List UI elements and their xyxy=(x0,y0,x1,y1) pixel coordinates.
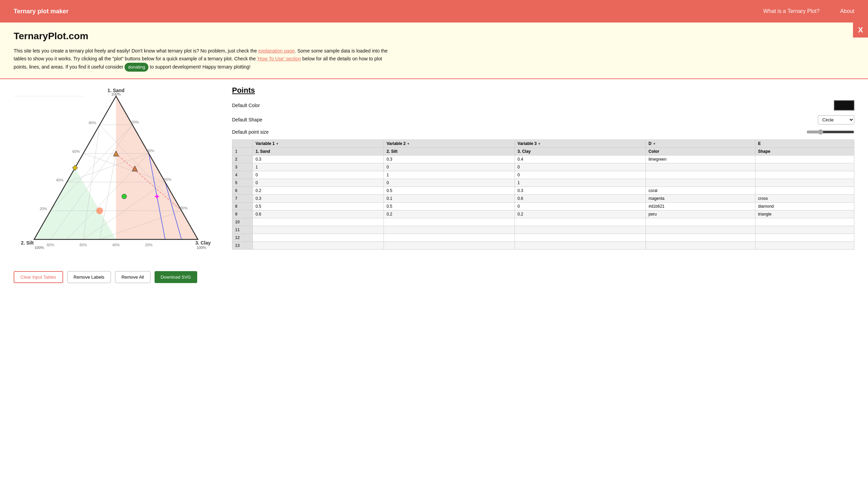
download-svg-button[interactable]: Download SVG xyxy=(155,271,197,283)
svg-text:20%: 20% xyxy=(40,207,47,211)
cell-1-1[interactable]: 1 xyxy=(253,163,384,171)
cell-8-3[interactable] xyxy=(515,218,646,226)
col-header-e: E xyxy=(755,139,854,147)
table-row[interactable]: 10 xyxy=(232,218,854,226)
cell-4-3[interactable]: 0.3 xyxy=(515,187,646,194)
cell-11-4[interactable] xyxy=(646,241,755,249)
cell-5-1[interactable]: 0.3 xyxy=(253,194,384,202)
cell-4-2[interactable]: 0.5 xyxy=(384,187,515,194)
cell-3-2[interactable]: 0 xyxy=(384,179,515,187)
table-row[interactable]: 3100 xyxy=(232,163,854,171)
cell-5-5[interactable]: cross xyxy=(755,194,854,202)
cell-2-4[interactable] xyxy=(646,171,755,179)
points-section-title: Points xyxy=(232,86,854,95)
table-row[interactable]: 90.60.20.2perutriangle xyxy=(232,210,854,218)
cell-9-4[interactable] xyxy=(646,226,755,234)
cell-5-2[interactable]: 0.1 xyxy=(384,194,515,202)
how-to-link[interactable]: 'How To Use' section xyxy=(257,56,301,61)
cell-8-5[interactable] xyxy=(755,218,854,226)
cell-7-5[interactable]: triangle xyxy=(755,210,854,218)
sub-header-var3: 3. Clay xyxy=(515,147,646,155)
cell-10-2[interactable] xyxy=(384,234,515,241)
color-swatch[interactable] xyxy=(834,100,854,110)
table-row[interactable]: 80.50.50#d1b621diamond xyxy=(232,202,854,210)
table-row[interactable]: 5001 xyxy=(232,179,854,187)
cell-8-4[interactable] xyxy=(646,218,755,226)
row-number: 10 xyxy=(232,218,253,226)
sub-header-d: Color xyxy=(646,147,755,155)
remove-labels-button[interactable]: Remove Labels xyxy=(67,271,111,283)
shape-select[interactable]: Circle Cross Diamond Triangle xyxy=(818,115,854,124)
col-header-var2: Variable 2 ▾ xyxy=(384,139,515,147)
cell-3-3[interactable]: 1 xyxy=(515,179,646,187)
cell-0-1[interactable]: 0.3 xyxy=(253,155,384,163)
explanation-link[interactable]: explanation page xyxy=(258,48,295,54)
cell-6-2[interactable]: 0.5 xyxy=(384,202,515,210)
svg-point-40 xyxy=(122,194,127,199)
cell-1-5[interactable] xyxy=(755,163,854,171)
clear-tables-button[interactable]: Clear Input Tables xyxy=(14,271,63,283)
cell-10-5[interactable] xyxy=(755,234,854,241)
size-slider[interactable] xyxy=(807,129,854,135)
cell-6-5[interactable]: diamond xyxy=(755,202,854,210)
donate-button[interactable]: donating xyxy=(125,63,148,71)
cell-0-5[interactable] xyxy=(755,155,854,163)
cell-8-2[interactable] xyxy=(384,218,515,226)
cell-7-1[interactable]: 0.6 xyxy=(253,210,384,218)
table-row[interactable]: 60.20.50.3coral xyxy=(232,187,854,194)
cell-4-1[interactable]: 0.2 xyxy=(253,187,384,194)
cell-2-3[interactable]: 0 xyxy=(515,171,646,179)
cell-10-4[interactable] xyxy=(646,234,755,241)
cell-5-3[interactable]: 0.6 xyxy=(515,194,646,202)
cell-7-3[interactable]: 0.2 xyxy=(515,210,646,218)
cell-1-3[interactable]: 0 xyxy=(515,163,646,171)
cell-3-1[interactable]: 0 xyxy=(253,179,384,187)
cell-10-1[interactable] xyxy=(253,234,384,241)
cell-2-1[interactable]: 0 xyxy=(253,171,384,179)
cell-7-4[interactable]: peru xyxy=(646,210,755,218)
cell-2-5[interactable] xyxy=(755,171,854,179)
cell-1-2[interactable]: 0 xyxy=(384,163,515,171)
nav-what-is[interactable]: What is a Ternary Plot? xyxy=(763,8,820,14)
cell-0-3[interactable]: 0.4 xyxy=(515,155,646,163)
close-button[interactable]: X xyxy=(853,23,868,38)
default-size-row: Default point size xyxy=(232,129,854,135)
row-number: 2 xyxy=(232,155,253,163)
sub-header-var1: 1. Sand xyxy=(253,147,384,155)
site-title[interactable]: Ternary plot maker xyxy=(14,8,69,15)
cell-2-2[interactable]: 1 xyxy=(384,171,515,179)
main-content: 1. Sand 100% 2. Silt 100% 3. Clay 100% 8… xyxy=(0,79,868,290)
cell-3-4[interactable] xyxy=(646,179,755,187)
cell-9-1[interactable] xyxy=(253,226,384,234)
table-row[interactable]: 12 xyxy=(232,234,854,241)
table-row[interactable]: 4010 xyxy=(232,171,854,179)
cell-11-2[interactable] xyxy=(384,241,515,249)
cell-7-2[interactable]: 0.2 xyxy=(384,210,515,218)
cell-5-4[interactable]: magenta xyxy=(646,194,755,202)
sub-header-rownum: 1 xyxy=(232,147,253,155)
cell-9-3[interactable] xyxy=(515,226,646,234)
cell-9-5[interactable] xyxy=(755,226,854,234)
cell-11-1[interactable] xyxy=(253,241,384,249)
cell-3-5[interactable] xyxy=(755,179,854,187)
remove-all-button[interactable]: Remove All xyxy=(115,271,150,283)
table-row[interactable]: 13 xyxy=(232,241,854,249)
cell-4-4[interactable]: coral xyxy=(646,187,755,194)
cell-11-3[interactable] xyxy=(515,241,646,249)
cell-1-4[interactable] xyxy=(646,163,755,171)
nav-about[interactable]: About xyxy=(840,8,854,14)
cell-6-3[interactable]: 0 xyxy=(515,202,646,210)
table-row[interactable]: 70.30.10.6magentacross xyxy=(232,194,854,202)
cell-0-2[interactable]: 0.3 xyxy=(384,155,515,163)
cell-10-3[interactable] xyxy=(515,234,646,241)
cell-9-2[interactable] xyxy=(384,226,515,234)
cell-4-5[interactable] xyxy=(755,187,854,194)
desc-text-4: to support development! Happy ternary pl… xyxy=(148,64,250,70)
cell-8-1[interactable] xyxy=(253,218,384,226)
table-row[interactable]: 20.30.30.4limegreen xyxy=(232,155,854,163)
cell-6-1[interactable]: 0.5 xyxy=(253,202,384,210)
cell-0-4[interactable]: limegreen xyxy=(646,155,755,163)
table-row[interactable]: 11 xyxy=(232,226,854,234)
cell-6-4[interactable]: #d1b621 xyxy=(646,202,755,210)
cell-11-5[interactable] xyxy=(755,241,854,249)
